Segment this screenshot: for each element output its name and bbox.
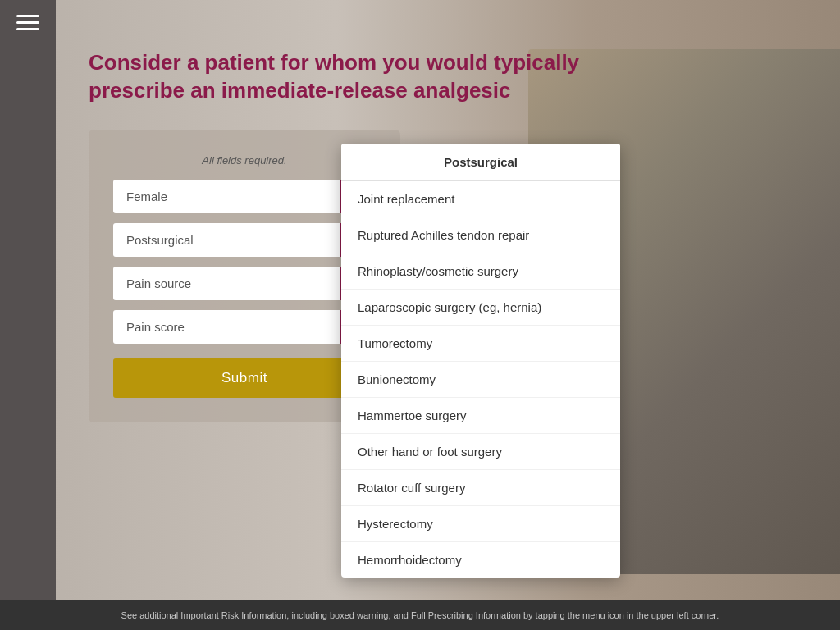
dropdown-item[interactable]: Rotator cuff surgery xyxy=(341,470,620,506)
fields-required-label: All fields required. xyxy=(113,154,376,167)
dropdown-item[interactable]: Ruptured Achilles tendon repair xyxy=(341,217,620,253)
dropdown-item[interactable]: Hysterectomy xyxy=(341,506,620,542)
pain-source-select[interactable]: Pain source xyxy=(113,267,376,300)
category-row: Postsurgical xyxy=(113,223,376,257)
dropdown-item[interactable]: Other hand or foot surgery xyxy=(341,434,620,470)
footer-text: See additional Important Risk Informatio… xyxy=(121,610,719,620)
footer: See additional Important Risk Informatio… xyxy=(0,600,840,630)
headline-line1: Consider a patient for whom you would ty… xyxy=(89,50,579,75)
dropdown-item[interactable]: Laparoscopic surgery (eg, hernia) xyxy=(341,290,620,326)
dropdown-item[interactable]: Bunionectomy xyxy=(341,362,620,398)
dropdown-item[interactable]: Tumorectomy xyxy=(341,326,620,362)
pain-score-row: Pain score xyxy=(113,310,376,344)
pain-score-select[interactable]: Pain score xyxy=(113,310,376,344)
menu-button[interactable] xyxy=(16,15,39,30)
dropdown-item[interactable]: Joint replacement xyxy=(341,181,620,217)
submit-button[interactable]: Submit xyxy=(113,358,376,398)
pain-source-row: Pain source xyxy=(113,267,376,300)
postsurgical-dropdown: Postsurgical Joint replacementRuptured A… xyxy=(341,144,620,578)
gender-select[interactable]: Female xyxy=(113,180,376,213)
dropdown-item[interactable]: Hemorrhoidectomy xyxy=(341,542,620,578)
category-select[interactable]: Postsurgical xyxy=(113,223,376,257)
headline-line2: prescribe an immediate-release analgesic xyxy=(89,78,511,103)
gender-row: Female xyxy=(113,180,376,213)
dropdown-item[interactable]: Rhinoplasty/cosmetic surgery xyxy=(341,253,620,290)
headline: Consider a patient for whom you would ty… xyxy=(89,49,646,105)
dropdown-item[interactable]: Hammertoe surgery xyxy=(341,398,620,434)
sidebar xyxy=(0,0,56,630)
dropdown-header: Postsurgical xyxy=(341,144,620,181)
